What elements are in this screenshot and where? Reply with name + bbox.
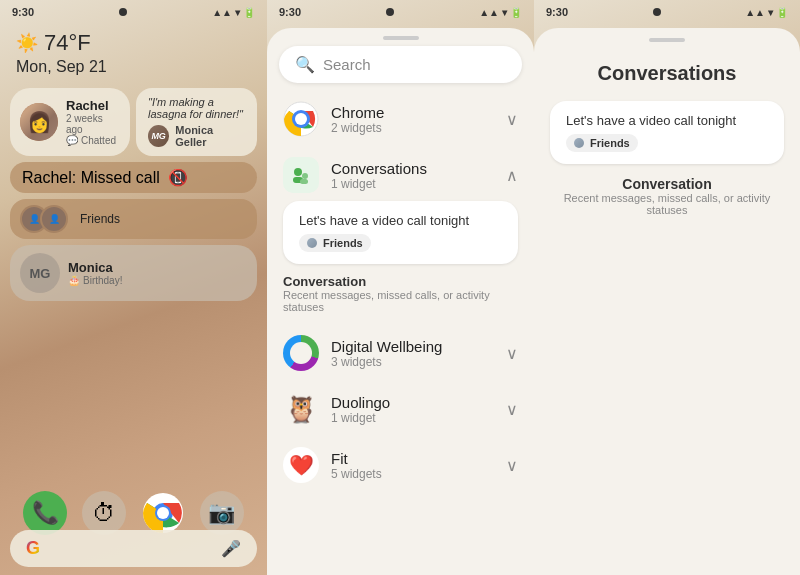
chrome-app-icon <box>283 101 319 137</box>
duolingo-widget-count: 1 widget <box>331 411 494 425</box>
status-time-p3: 9:30 <box>546 6 568 18</box>
rachel-time: 2 weeks ago <box>66 113 120 135</box>
wellbeing-app-info: Digital Wellbeing 3 widgets <box>331 338 494 369</box>
camera-dot-p2 <box>386 8 394 16</box>
conv-preview-badge: Friends <box>299 234 371 252</box>
monica-name: Monica Geller <box>175 124 245 148</box>
message-widget[interactable]: "I'm making a lasagna for dinner!" MG Mo… <box>136 88 257 156</box>
monica-avatar-small: MG <box>148 125 169 147</box>
duolingo-app-info: Duolingo 1 widget <box>331 394 494 425</box>
conv-preview-text: Let's have a video call tonight <box>299 213 502 228</box>
wifi-icon-p1: ▾ <box>235 7 240 18</box>
search-bar[interactable]: 🔍 Search <box>279 46 522 83</box>
rachel-widget[interactable]: 👩 Rachel 2 weeks ago 💬 Chatted <box>10 88 130 156</box>
p3-title: Conversations <box>598 62 737 85</box>
fit-icon: ❤️ <box>283 447 319 483</box>
panel-home-screen: 9:30 ▲▲ ▾ 🔋 ☀️ 74°F Mon, Sep 21 👩 Rachel <box>0 0 267 575</box>
p3-conv-text: Let's have a video call tonight <box>566 113 768 128</box>
fit-app-name: Fit <box>331 450 494 467</box>
rachel-info: Rachel 2 weeks ago 💬 Chatted <box>66 98 120 146</box>
fit-app-info: Fit 5 widgets <box>331 450 494 481</box>
clock-icon[interactable]: ⏱ <box>82 491 126 535</box>
chrome-icon[interactable] <box>141 491 185 535</box>
svg-point-3 <box>157 507 169 519</box>
status-icons-p1: ▲▲ ▾ 🔋 <box>212 7 255 18</box>
chrome-expand-icon[interactable]: ∨ <box>506 110 518 129</box>
battery-icon-p2: 🔋 <box>510 7 522 18</box>
conv-desc-section: Conversation Recent messages, missed cal… <box>283 274 518 313</box>
svg-point-6 <box>295 113 307 125</box>
p3-desc: Conversation Recent messages, missed cal… <box>550 176 784 216</box>
battery-icon-p1: 🔋 <box>243 7 255 18</box>
status-bar-panel3: 9:30 ▲▲ ▾ 🔋 <box>534 0 800 22</box>
wellbeing-app-icon <box>283 335 319 371</box>
conversations-app-name: Conversations <box>331 160 494 177</box>
fit-expand-icon[interactable]: ∨ <box>506 456 518 475</box>
missed-call-icon: 📵 <box>168 168 188 187</box>
duolingo-app-icon: 🦉 <box>283 391 319 427</box>
panel-conversations-preview: 9:30 ▲▲ ▾ 🔋 Conversations Let's have a v… <box>534 0 800 575</box>
phone-icon[interactable]: 📞 <box>23 491 67 535</box>
status-bar-panel2: 9:30 ▲▲ ▾ 🔋 <box>267 0 534 22</box>
duolingo-app-name: Duolingo <box>331 394 494 411</box>
wellbeing-expand-icon[interactable]: ∨ <box>506 344 518 363</box>
weather-widget: ☀️ 74°F Mon, Sep 21 <box>0 22 267 82</box>
friend-avatar-2: 👤 <box>40 205 68 233</box>
p3-badge-label: Friends <box>590 137 630 149</box>
conv-desc-title: Conversation <box>283 274 518 289</box>
conversations-widget-count: 1 widget <box>331 177 494 191</box>
panel-widget-picker: 9:30 ▲▲ ▾ 🔋 🔍 Search <box>267 0 534 575</box>
message-text: "I'm making a lasagna for dinner!" <box>148 96 243 120</box>
chat-icon: 💬 <box>66 135 78 146</box>
conversations-preview-sheet: Conversations Let's have a video call to… <box>534 28 800 575</box>
badge-avatar-dot <box>307 238 317 248</box>
app-dock: 📞 ⏱ 📷 <box>0 491 267 535</box>
conv-preview-card: Let's have a video call tonight Friends <box>283 201 518 264</box>
wellbeing-icon <box>283 335 319 371</box>
date-display: Mon, Sep 21 <box>16 58 251 76</box>
svg-point-7 <box>294 168 302 176</box>
friends-avatars: 👤 👤 <box>20 205 60 233</box>
monica-widget[interactable]: MG Monica 🎂 Birthday! <box>10 245 257 301</box>
monica-info: Monica 🎂 Birthday! <box>68 260 247 286</box>
monica-name-widget: Monica <box>68 260 247 275</box>
widget-picker-sheet: 🔍 Search Chrome <box>267 28 534 575</box>
app-item-chrome[interactable]: Chrome 2 widgets ∨ <box>267 91 534 147</box>
chrome-app-name: Chrome <box>331 104 494 121</box>
google-logo: G <box>26 538 40 559</box>
fit-widget-count: 5 widgets <box>331 467 494 481</box>
conversations-expanded: Let's have a video call tonight Friends … <box>267 201 534 325</box>
app-item-fit[interactable]: ❤️ Fit 5 widgets ∨ <box>267 437 534 493</box>
app-list: Chrome 2 widgets ∨ <box>267 91 534 558</box>
mic-icon[interactable]: 🎤 <box>221 539 241 558</box>
p3-sheet-handle <box>649 38 685 42</box>
friends-label: Friends <box>80 212 120 226</box>
wellbeing-inner <box>290 342 312 364</box>
friends-widget[interactable]: 👤 👤 Friends <box>10 199 257 239</box>
camera-dot-p1 <box>119 8 127 16</box>
wifi-icon-p2: ▾ <box>502 7 507 18</box>
battery-icon-p3: 🔋 <box>776 7 788 18</box>
app-item-duolingo[interactable]: 🦉 Duolingo 1 widget ∨ <box>267 381 534 437</box>
p3-desc-sub: Recent messages, missed calls, or activi… <box>550 192 784 216</box>
missed-call-text: Rachel: Missed call <box>22 169 160 187</box>
signal-icon-p2: ▲▲ <box>479 7 499 18</box>
conversations-expand-icon[interactable]: ∧ <box>506 166 518 185</box>
status-bar-panel1: 9:30 ▲▲ ▾ 🔋 <box>0 0 267 22</box>
missed-call-widget[interactable]: Rachel: Missed call 📵 <box>10 162 257 193</box>
camera-icon[interactable]: 📷 <box>200 491 244 535</box>
app-item-wellbeing[interactable]: Digital Wellbeing 3 widgets ∨ <box>267 325 534 381</box>
duolingo-expand-icon[interactable]: ∨ <box>506 400 518 419</box>
signal-icon-p1: ▲▲ <box>212 7 232 18</box>
app-item-conversations[interactable]: Conversations 1 widget ∧ Let's have a vi… <box>267 147 534 325</box>
p3-conv-card: Let's have a video call tonight Friends <box>550 101 784 164</box>
temperature: 74°F <box>44 30 91 56</box>
wifi-icon-p3: ▾ <box>768 7 773 18</box>
status-time-p1: 9:30 <box>12 6 34 18</box>
search-placeholder: Search <box>323 56 371 73</box>
wellbeing-widget-count: 3 widgets <box>331 355 494 369</box>
conv-desc-sub: Recent messages, missed calls, or activi… <box>283 289 518 313</box>
status-time-p2: 9:30 <box>279 6 301 18</box>
google-search-bar[interactable]: G 🎤 <box>10 530 257 567</box>
status-icons-p2: ▲▲ ▾ 🔋 <box>479 7 522 18</box>
